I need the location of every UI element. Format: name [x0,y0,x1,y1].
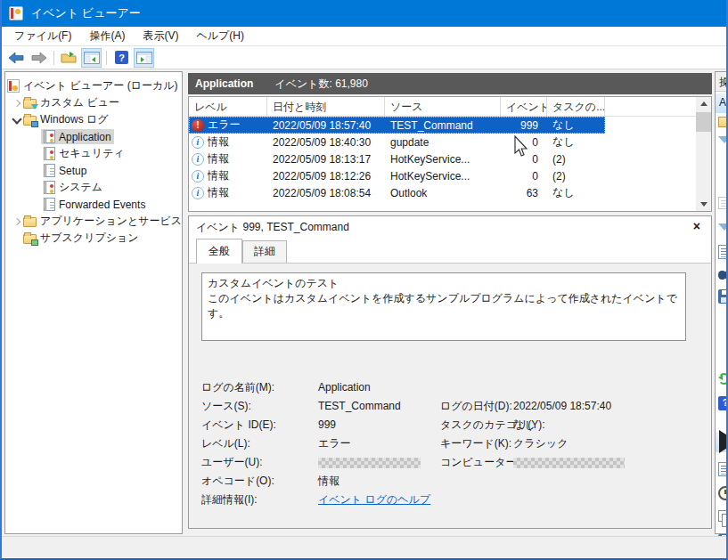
forward-button[interactable] [29,48,49,68]
prop-event-id: イベント ID(E):999 [201,418,336,433]
help-icon[interactable]: ? [718,396,728,410]
prop-more-info: 詳細情報(I):イベント ログのヘルプ [201,492,430,507]
titlebar: イベント ビューアー [2,0,726,27]
actions-pane: 操 A ? [715,71,728,534]
find-icon[interactable] [718,268,728,282]
open-folder-icon [61,51,78,64]
create-custom-view-icon[interactable] [718,136,728,143]
apps-services-folder-icon [23,217,37,227]
redacted-user-value [318,458,421,468]
toolbar-separator [106,51,107,65]
event-properties-icon[interactable] [718,462,728,476]
console-tree-toggle-button[interactable] [81,48,102,68]
event-description[interactable]: カスタムイベントのテスト このイベントはカスタムイベントを作成するサンプルプログ… [201,272,686,341]
chevron-down-icon[interactable] [11,114,23,126]
prop-log-name: ログの名前(M):Application [201,380,371,395]
log-icon [44,164,55,177]
import-custom-view-icon[interactable] [718,197,728,209]
refresh-icon[interactable] [718,373,728,385]
selected-event-arrow-icon [719,430,727,453]
menu-help[interactable]: ヘルプ(H) [187,27,253,45]
scrollbar[interactable] [696,97,711,211]
column-header-row: レベル 日付と時刻 ソース イベント ... タスクの... [189,97,711,117]
action-pane-toggle-button[interactable] [134,48,154,68]
column-task-category[interactable]: タスクの... [547,97,605,116]
event-log-help-link[interactable]: イベント ログのヘルプ [318,493,430,506]
table-row[interactable]: i情報 2022/05/09 18:08:54 Outlook 63 なし [189,184,605,201]
column-event-id[interactable]: イベント ... [501,97,547,116]
menu-action[interactable]: 操作(A) [80,27,134,45]
chevron-right-icon[interactable] [11,215,23,228]
properties-icon[interactable] [718,245,728,259]
tab-details[interactable]: 詳細 [242,240,287,263]
log-title: Application [195,77,253,90]
scroll-down-button[interactable] [696,198,711,211]
table-row[interactable]: i情報 2022/05/09 18:12:26 HotKeyService...… [189,167,605,184]
forward-arrow-icon [30,52,47,64]
tab-general[interactable]: 全般 [196,239,242,264]
prop-keywords: キーワード(K):クラシック [440,436,568,451]
back-arrow-icon [8,52,25,64]
tree-item-setup[interactable]: Setup [5,162,182,179]
tree-item-custom-views[interactable]: カスタム ビュー [5,94,182,111]
event-log-icon [44,181,55,194]
info-level-icon: i [192,187,204,199]
copy-icon[interactable] [718,510,728,522]
close-icon[interactable]: × [693,219,700,233]
open-saved-log-button[interactable] [59,48,79,68]
console-tree-panel: イベント ビューアー (ローカル) カスタム ビュー Windows ログ Ap… [4,71,183,534]
event-count: イベント数: 61,980 [274,77,368,92]
open-saved-log-icon[interactable] [718,117,728,127]
menu-view[interactable]: 表示(V) [134,27,187,45]
save-all-events-icon[interactable] [718,289,728,304]
help-button[interactable]: ? [111,48,132,68]
toolbar-separator [53,51,54,65]
tree-item-windows-logs[interactable]: Windows ログ [5,111,182,128]
attach-task-icon[interactable] [718,486,728,500]
preview-pane-title: イベント 999, TEST_Command [189,216,711,238]
console-tree-icon [84,52,100,64]
event-rows: !エラー 2022/05/09 18:57:40 TEST_Command 99… [189,117,696,211]
custom-views-folder-icon [23,99,37,109]
prop-user: ユーザー(U): [201,455,421,470]
table-row[interactable]: !エラー 2022/05/09 18:57:40 TEST_Command 99… [189,117,605,134]
scroll-up-button[interactable] [696,97,711,110]
tree-item-apps-services-logs[interactable]: アプリケーションとサービス ログ [5,213,182,230]
menu-file[interactable]: ファイル(F) [5,27,80,45]
chevron-right-icon[interactable] [11,97,23,110]
event-viewer-app-icon [9,6,23,20]
table-row[interactable]: i情報 2022/05/09 18:13:17 HotKeyService...… [189,150,605,167]
tree-item-subscriptions[interactable]: サブスクリプション [5,230,182,247]
detail-tabs: 全般 詳細 [196,239,287,263]
tree-item-system[interactable]: システム [5,179,182,196]
window-title: イベント ビューアー [31,5,141,21]
scrollbar-thumb[interactable] [696,112,711,132]
redacted-computer-value [513,458,625,468]
detail-body: カスタムイベントのテスト このイベントはカスタムイベントを作成するサンプルプログ… [189,263,711,528]
column-datetime[interactable]: 日付と時刻 [267,97,385,116]
subscriptions-folder-icon [23,234,37,244]
info-level-icon: i [192,153,204,166]
tree-item-application[interactable]: Application [5,128,182,145]
event-list: レベル 日付と時刻 ソース イベント ... タスクの... !エラー 2022… [188,96,712,212]
actions-section-application[interactable]: A [716,93,728,113]
info-level-icon: i [192,170,204,183]
column-source[interactable]: ソース [385,97,501,116]
action-pane-icon [136,52,152,64]
prop-source: ソース(S):TEST_Command [201,399,401,414]
tree-item-forwarded-events[interactable]: Forwarded Events [5,196,182,213]
help-icon: ? [115,51,128,64]
filter-overlay-icon [31,104,38,110]
tree-root-event-viewer[interactable]: イベント ビューアー (ローカル) [5,77,182,94]
arrow-down-icon [700,202,708,207]
prop-computer: コンピューター(R): [440,455,625,470]
menubar: ファイル(F) 操作(A) 表示(V) ヘルプ(H) [2,27,726,46]
monitor-overlay-icon [31,121,38,127]
table-row[interactable]: i情報 2022/05/09 18:40:30 gupdate 0 なし [189,134,605,150]
tree-item-security[interactable]: セキュリティ [5,145,182,162]
back-button[interactable] [6,48,27,68]
prop-task-category: タスクのカテゴリ(Y):なし [440,418,536,433]
filter-current-log-icon[interactable] [718,223,728,231]
column-level[interactable]: レベル [189,97,267,116]
actions-section-selected-event[interactable] [716,433,728,452]
